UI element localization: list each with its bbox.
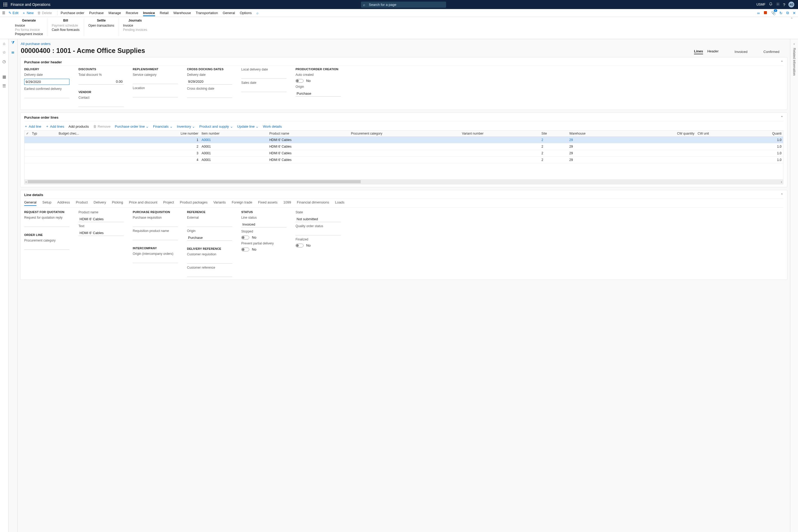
- line-detail-tab-project[interactable]: Project: [163, 200, 174, 206]
- toggle-prevent-partial[interactable]: [241, 248, 249, 251]
- chevron-up-icon[interactable]: ⌃: [780, 115, 783, 119]
- field-req-product-name[interactable]: [133, 235, 178, 240]
- field-customer-requisition[interactable]: [187, 258, 232, 264]
- help-icon[interactable]: ?: [783, 2, 785, 7]
- ribbon-cashflow-forecast[interactable]: Cash flow forecasts: [52, 28, 79, 32]
- table-row[interactable]: 3 A0001 HDMI 6' Cables 2 29 1.0: [24, 150, 783, 157]
- col-cw-unit[interactable]: CW unit: [696, 131, 743, 137]
- field-customer-reference[interactable]: [187, 271, 232, 277]
- field-earliest-confirmed[interactable]: [24, 93, 70, 98]
- toggle-stopped[interactable]: [241, 236, 249, 240]
- card-po-lines-title[interactable]: Purchase order lines ⌃: [24, 115, 783, 121]
- tab-options[interactable]: Options: [240, 10, 252, 16]
- list-view-icon[interactable]: ≣: [11, 50, 15, 55]
- col-line-number[interactable]: Line number: [133, 131, 200, 137]
- field-state[interactable]: Not submitted: [296, 216, 341, 222]
- field-line-status[interactable]: Invoiced: [241, 222, 286, 227]
- star-icon[interactable]: ☆: [2, 50, 6, 55]
- add-line-button[interactable]: ＋Add line: [24, 124, 41, 129]
- table-row[interactable]: 4 A0001 HDMI 6' Cables 2 29 1.0: [24, 157, 783, 163]
- tab-general[interactable]: General: [223, 10, 235, 16]
- col-budget[interactable]: Budget chec...: [57, 131, 133, 137]
- line-detail-tab-price-and-discount[interactable]: Price and discount: [129, 200, 157, 206]
- home-icon[interactable]: ⌂: [3, 41, 5, 46]
- line-detail-tab-address[interactable]: Address: [57, 200, 70, 206]
- field-cross-docking-date[interactable]: [187, 93, 232, 98]
- chevron-up-icon[interactable]: ⌃: [780, 60, 783, 64]
- refresh-icon[interactable]: ↻: [779, 11, 783, 15]
- col-product-name[interactable]: Product name: [268, 131, 349, 137]
- col-site[interactable]: Site: [540, 131, 568, 137]
- ribbon-prepayment-invoice[interactable]: Prepayment invoice: [15, 32, 43, 36]
- field-procurement-category[interactable]: [24, 244, 70, 250]
- company-code[interactable]: USMF: [757, 3, 765, 6]
- field-product-name[interactable]: HDMI 6' Cables: [78, 216, 124, 222]
- field-local-delivery[interactable]: [241, 73, 286, 79]
- product-supply-menu[interactable]: Product and supply ⌄: [199, 125, 233, 129]
- col-variant[interactable]: Variant number: [460, 131, 540, 137]
- work-details-button[interactable]: Work details: [263, 125, 282, 129]
- field-sales-date[interactable]: [241, 87, 286, 92]
- workspace-icon[interactable]: ▦: [2, 75, 6, 79]
- line-detail-tab-fixed-assets[interactable]: Fixed assets: [258, 200, 278, 206]
- col-check[interactable]: ✓: [24, 131, 30, 137]
- field-discount-pct[interactable]: 0.00: [78, 79, 124, 84]
- tab-transportation[interactable]: Transportation: [196, 10, 218, 16]
- horizontal-scrollbar[interactable]: ‹›: [24, 179, 783, 184]
- line-detail-tab-financial-dimensions[interactable]: Financial dimensions: [297, 200, 329, 206]
- attachment-icon[interactable]: 📎0: [771, 11, 776, 15]
- line-detail-tab-product[interactable]: Product: [76, 200, 88, 206]
- field-quality-order-status[interactable]: [296, 230, 341, 235]
- ribbon-open-transactions[interactable]: Open transactions: [88, 23, 114, 28]
- tab-warehouse[interactable]: Warehouse: [173, 10, 191, 16]
- financials-menu[interactable]: Financials ⌄: [153, 125, 173, 129]
- chevron-left-icon[interactable]: ‹: [794, 42, 795, 46]
- recent-icon[interactable]: ◷: [2, 59, 6, 64]
- line-detail-tab-general[interactable]: General: [24, 200, 36, 206]
- ribbon-journals-invoice[interactable]: Invoice: [123, 23, 147, 28]
- gear-icon[interactable]: [776, 2, 780, 7]
- field-ref-origin[interactable]: Purchase: [187, 235, 232, 241]
- subtab-header[interactable]: Header: [707, 49, 719, 54]
- line-detail-tab-setup[interactable]: Setup: [42, 200, 51, 206]
- related-information-tab[interactable]: Related information: [793, 48, 796, 76]
- line-detail-tab-loads[interactable]: Loads: [335, 200, 344, 206]
- toggle-auto-created[interactable]: [296, 79, 304, 83]
- add-products-button[interactable]: Add products: [68, 125, 89, 129]
- table-row[interactable]: 2 A0001 HDMI 6' Cables 2 29 1.0: [24, 144, 783, 150]
- chevron-up-icon[interactable]: ⌃: [780, 193, 783, 197]
- field-delivery-date[interactable]: 9/29/2020: [24, 79, 70, 85]
- search-input[interactable]: [361, 2, 446, 8]
- line-detail-tab-variants[interactable]: Variants: [213, 200, 226, 206]
- bell-icon[interactable]: [769, 2, 773, 7]
- table-row[interactable]: 1 A0001 HDMI 6' Cables 2 29 1.0: [24, 137, 783, 144]
- tab-receive[interactable]: Receive: [126, 10, 138, 16]
- field-service-category[interactable]: [133, 79, 178, 84]
- field-rfq-reply[interactable]: [24, 222, 70, 227]
- tab-manage[interactable]: Manage: [109, 10, 121, 16]
- line-detail-tab-1099[interactable]: 1099: [283, 200, 291, 206]
- line-detail-tab-delivery[interactable]: Delivery: [94, 200, 106, 206]
- field-purchase-requisition[interactable]: [133, 222, 178, 227]
- line-detail-tab-product-packages[interactable]: Product packages: [180, 200, 208, 206]
- ribbon-collapse-icon[interactable]: ⌃: [790, 17, 793, 21]
- link-icon[interactable]: ∞: [757, 11, 760, 15]
- col-warehouse[interactable]: Warehouse: [568, 131, 630, 137]
- close-icon[interactable]: ✕: [793, 11, 796, 15]
- tab-purchase-order[interactable]: Purchase order: [61, 10, 84, 16]
- field-cross-delivery-date[interactable]: 9/29/2020: [187, 79, 232, 84]
- popout-icon[interactable]: ⧉: [786, 11, 789, 15]
- new-button[interactable]: ＋New: [22, 11, 34, 15]
- field-origin[interactable]: Purchase: [296, 91, 341, 97]
- field-vendor-contact[interactable]: [78, 101, 124, 107]
- filter-icon[interactable]: ⧩: [11, 40, 15, 45]
- field-external[interactable]: [187, 222, 232, 227]
- subtab-lines[interactable]: Lines: [694, 49, 703, 54]
- office-icon[interactable]: [763, 11, 767, 15]
- toggle-finalized[interactable]: [296, 244, 304, 247]
- tab-retail[interactable]: Retail: [160, 10, 169, 16]
- hamburger-icon[interactable]: ☰: [2, 11, 8, 15]
- col-procurement[interactable]: Procurement category: [349, 131, 460, 137]
- edit-button[interactable]: ✎Edit: [8, 11, 18, 15]
- field-text[interactable]: HDMI 6' Cables: [78, 230, 124, 236]
